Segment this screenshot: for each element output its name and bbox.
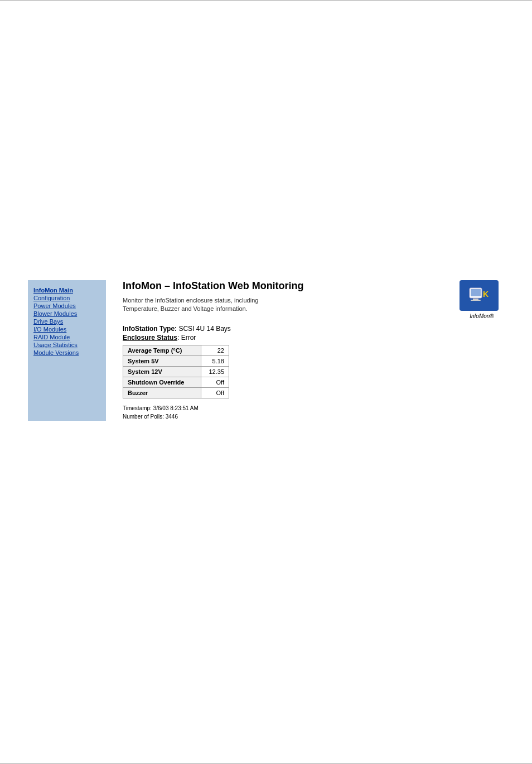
sidebar-link-configuration[interactable]: Configuration bbox=[33, 295, 100, 301]
main-content: InfoMon – InfoStation Web Monitoring Mon… bbox=[123, 280, 504, 421]
sidebar-link-module-versions[interactable]: Module Versions bbox=[33, 349, 100, 356]
logo-label: InfoMon® bbox=[460, 313, 504, 319]
top-divider bbox=[0, 0, 532, 1]
page-wrapper: InfoMon Main Configuration Power Modules… bbox=[0, 0, 532, 764]
sidebar-link-drive-bays[interactable]: Drive Bays bbox=[33, 318, 100, 325]
sidebar-link-blower-modules[interactable]: Blower Modules bbox=[33, 310, 100, 317]
polls-label: Number of Polls: bbox=[123, 414, 164, 420]
table-cell-label: Average Temp (°C) bbox=[123, 345, 201, 356]
sidebar-link-io-modules[interactable]: I/O Modules bbox=[33, 326, 100, 333]
svg-rect-2 bbox=[471, 289, 481, 296]
sidebar-link-usage-statistics[interactable]: Usage Statistics bbox=[33, 342, 100, 348]
svg-rect-4 bbox=[471, 300, 481, 301]
table-row: System 5V5.18 bbox=[123, 356, 229, 367]
description-line2: Temperature, Buzzer and Voltage informat… bbox=[123, 305, 248, 312]
logo-box: K bbox=[460, 280, 499, 311]
table-cell-value: 5.18 bbox=[201, 356, 229, 367]
table-cell-label: Buzzer bbox=[123, 388, 201, 398]
page-title: InfoMon – InfoStation Web Monitoring bbox=[123, 280, 460, 292]
timestamp-section: Timestamp: 3/6/03 8:23:51 AM Number of P… bbox=[123, 404, 504, 421]
infostation-type: InfoStation Type: SCSI 4U 14 Bays bbox=[123, 325, 504, 333]
table-row: System 12V12.35 bbox=[123, 367, 229, 377]
content-area: InfoMon Main Configuration Power Modules… bbox=[0, 263, 532, 438]
main-header: InfoMon – InfoStation Web Monitoring Mon… bbox=[123, 280, 504, 319]
polls-value-text: 3446 bbox=[166, 414, 178, 420]
table-cell-label: System 5V bbox=[123, 356, 201, 367]
sidebar-link-infomon-main[interactable]: InfoMon Main bbox=[33, 287, 100, 294]
infostation-type-value-text: SCSI 4U 14 Bays bbox=[178, 325, 230, 333]
timestamp-value-text: 3/6/03 8:23:51 AM bbox=[153, 405, 199, 411]
table-row: Shutdown OverrideOff bbox=[123, 377, 229, 388]
table-cell-value: Off bbox=[201, 377, 229, 388]
table-row: BuzzerOff bbox=[123, 388, 229, 398]
timestamp-label: Timestamp: bbox=[123, 405, 152, 411]
description-line1: Monitor the InfoStation enclosure status… bbox=[123, 297, 258, 304]
table-cell-label: Shutdown Override bbox=[123, 377, 201, 388]
svg-rect-3 bbox=[473, 299, 478, 300]
table-cell-value: 12.35 bbox=[201, 367, 229, 377]
table-cell-label: System 12V bbox=[123, 367, 201, 377]
sidebar-link-power-modules[interactable]: Power Modules bbox=[33, 302, 100, 309]
sidebar: InfoMon Main Configuration Power Modules… bbox=[28, 280, 106, 421]
table-row: Average Temp (°C)22 bbox=[123, 345, 229, 356]
status-table: Average Temp (°C)22System 5V5.18System 1… bbox=[123, 345, 229, 398]
info-section: InfoStation Type: SCSI 4U 14 Bays Enclos… bbox=[123, 325, 504, 421]
main-title-area: InfoMon – InfoStation Web Monitoring Mon… bbox=[123, 280, 460, 314]
table-cell-value: 22 bbox=[201, 345, 229, 356]
table-cell-value: Off bbox=[201, 388, 229, 398]
enclosure-status: Enclosure Status: Error bbox=[123, 334, 504, 342]
main-description: Monitor the InfoStation enclosure status… bbox=[123, 296, 279, 314]
enclosure-status-label: Enclosure Status bbox=[123, 334, 177, 342]
polls-line: Number of Polls: 3446 bbox=[123, 412, 504, 421]
sidebar-link-raid-module[interactable]: RAID Module bbox=[33, 334, 100, 340]
svg-text:K: K bbox=[483, 290, 489, 299]
timestamp-line: Timestamp: 3/6/03 8:23:51 AM bbox=[123, 404, 504, 412]
infostation-type-label: InfoStation Type: bbox=[123, 325, 177, 333]
logo-area: K InfoMon® bbox=[460, 280, 504, 319]
infomon-logo-graphic: K bbox=[465, 285, 493, 307]
enclosure-status-value: Error bbox=[181, 334, 196, 342]
